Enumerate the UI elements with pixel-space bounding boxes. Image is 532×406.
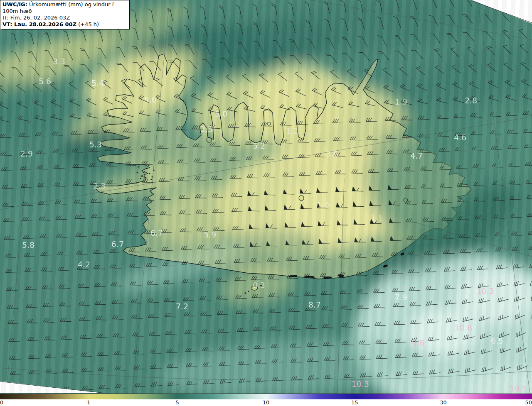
precip-value-label: 1.0	[317, 201, 329, 210]
colorbar-tick-label: 15	[351, 399, 358, 406]
precip-value-label: 10.3	[477, 286, 494, 296]
precip-value-label: 8.7	[308, 300, 321, 309]
colorbar-tick-label: 10	[263, 399, 270, 406]
precip-value-label: 5.3	[89, 140, 102, 149]
precip-value-label: 5.0	[144, 95, 157, 104]
precip-value-label: 3.6	[326, 149, 338, 158]
init-time: IT: Fim. 26. 02. 2026 03Z	[2, 15, 127, 21]
precip-value-label: 5.8	[22, 240, 34, 249]
precip-value-label: 6.5	[491, 336, 503, 345]
colorbar-tick-label: 0	[0, 399, 3, 406]
precip-value-label: 2.8	[465, 96, 477, 105]
precip-value-label: 2.5	[200, 125, 213, 134]
colorbar-tick-label: 1	[87, 399, 90, 406]
precip-value-label: 1.2	[286, 126, 298, 135]
precip-value-label: 5.9	[204, 230, 216, 239]
precip-value-label: 5.6	[39, 77, 51, 86]
precip-value-label: 0.3	[253, 281, 265, 290]
breidafjordur-islet	[136, 172, 138, 173]
precip-value-label: 1.1	[371, 214, 383, 223]
breidafjordur-islet	[143, 172, 144, 173]
colorbar-tick-label: 50	[525, 399, 532, 406]
precip-value-label: 4.6	[454, 133, 466, 142]
colorbar-tick-label: 30	[440, 399, 447, 406]
valid-time-offset: (+45 h)	[76, 21, 99, 27]
precip-value-label: 5.0	[215, 109, 227, 118]
product-title: UWC/IG: Úrkomumætti (mm) og vindur í 100…	[2, 1, 127, 15]
breidafjordur-islet	[140, 178, 141, 179]
precip-value-label: 1.9	[395, 97, 407, 106]
precip-value-label: 10.6	[455, 323, 472, 332]
precip-value-label: 7.2	[176, 302, 188, 311]
vestmannaeyjar-islet	[244, 292, 246, 294]
precip-value-label: 4.7	[410, 151, 423, 160]
precip-value-label: 5.4	[91, 78, 104, 88]
precip-value-label: 7.9	[395, 293, 407, 302]
precip-value-label: 10.3	[352, 379, 369, 389]
colorbar-tick-label: 5	[175, 399, 179, 406]
weather-map: 3.35.65.45.05.02.51.25.32.95.23.61.92.84…	[0, 0, 532, 394]
title-box: UWC/IG: Úrkomumætti (mm) og vindur í 100…	[0, 0, 130, 29]
precip-value-label: 10.5	[510, 384, 527, 393]
valid-time-main: VT: Lau. 28.02.2026 00Z	[2, 21, 76, 27]
precip-wind-field-svg: 3.35.65.45.05.02.51.25.32.95.23.61.92.84…	[0, 0, 532, 394]
vestmannaeyjar-islet	[248, 291, 249, 292]
valid-time: VT: Lau. 28.02.2026 00Z (+45 h)	[2, 21, 127, 28]
colorbar-tick-labels: 01510153050	[0, 399, 532, 406]
breidafjordur-islet	[144, 175, 145, 176]
precip-value-label: 9.6	[412, 338, 424, 347]
precip-value-label: 4.2	[78, 260, 90, 269]
breidafjordur-islet	[149, 173, 150, 174]
breidafjordur-islet	[145, 168, 147, 169]
precip-value-label: 3.3	[53, 57, 65, 66]
model-name: UWC/IG:	[2, 1, 27, 7]
breidafjordur-islet	[150, 179, 152, 180]
breidafjordur-islet	[138, 166, 139, 167]
precip-value-label: 2.3	[93, 181, 106, 191]
precip-value-label: 6.7	[150, 228, 163, 237]
breidafjordur-islet	[141, 170, 143, 171]
precip-value-label: 5.2	[253, 141, 265, 150]
colorbar-gradient	[0, 394, 532, 400]
precip-value-label: 6.7	[111, 240, 124, 249]
precip-value-label: 2.9	[20, 149, 33, 158]
